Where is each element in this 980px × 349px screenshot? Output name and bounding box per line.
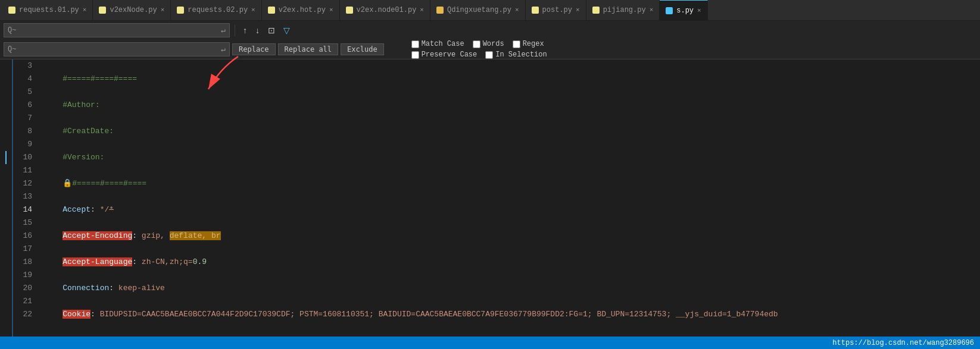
ln-17: 17 [18,243,32,256]
regex-checkbox[interactable] [513,40,520,48]
enter-icon-1: ↵ [221,26,226,35]
code-line-8: Accept: */* [44,203,980,216]
tab-spy[interactable]: s.py × [660,0,707,21]
tab-close[interactable]: × [251,7,255,14]
tab-v2exnode[interactable]: v2exNode.py × [93,0,171,21]
tab-label: pijiang.py [603,6,646,14]
tab-qdingxuetang[interactable]: Qdingxuetang.py × [430,0,526,21]
preserve-case-option[interactable]: Preserve Case [411,51,477,59]
search-row-1: Q~ ↵ ↑ ↓ ⊡ ▽ [0,21,980,40]
tab-post[interactable]: post.py × [526,0,586,21]
code-line-13: Host: www.baidu.com [44,334,980,337]
ln-20: 20 [18,282,32,295]
ln-13: 13 [18,190,32,203]
tab-icon [532,7,539,14]
tab-bar: requests.01.py × v2exNode.py × requests.… [0,0,980,21]
ln-7: 7 [18,112,32,125]
code-line-7: 🔒#=====#====#==== [44,177,980,190]
search-icon-1: Q~ [8,26,16,34]
ln-22: 22 [18,308,32,321]
ln-21: 21 [18,295,32,308]
tab-pijiang[interactable]: pijiang.py × [586,0,660,21]
tab-requests02[interactable]: requests.02.py × [171,0,261,21]
tab-close[interactable]: × [576,7,580,14]
ln-8: 8 [18,125,32,138]
ln-15: 15 [18,216,32,229]
tab-label: v2ex.hot.py [279,6,326,14]
toolbar-area: Q~ ↵ ↑ ↓ ⊡ ▽ Q~ ↵ Replace Replace all Ex… [0,21,980,59]
tab-requests01[interactable]: requests.01.py × [2,0,93,21]
code-line-5: #CreatDate: [44,125,980,138]
match-case-label: Match Case [422,40,464,48]
tab-icon [592,7,600,14]
words-label: Words [483,40,504,48]
code-line-12: Cookie: BIDUPSID=CAAC5BAEAE0BCC7A044F2D9… [44,308,980,321]
tab-icon [8,7,15,14]
ln-12: 12 [18,177,32,190]
code-line-11: Connection: keep-alive [44,282,980,295]
options-row-1: Match Case Words Regex [411,40,547,48]
search-icon-2: Q~ [8,45,16,54]
ln-10: 10 [18,151,32,164]
line-numbers: 3 4 5 6 7 8 9 10 11 12 13 14 15 16 17 18… [13,59,39,337]
left-indicator [0,59,13,337]
exclude-button[interactable]: Exclude [341,43,384,55]
tab-close[interactable]: × [697,7,701,14]
select-all-button[interactable]: ⊡ [265,24,278,36]
divider-1 [235,24,235,36]
tab-v2exnode01[interactable]: v2ex.node01.py × [340,0,430,21]
tab-close[interactable]: × [420,7,424,14]
ln-6: 6 [18,99,32,112]
tab-label: v2ex.node01.py [357,6,417,14]
code-line-4: #Author: [44,99,980,112]
preserve-case-checkbox[interactable] [411,51,419,59]
tab-close[interactable]: × [329,7,333,14]
tab-close[interactable]: × [83,7,87,14]
tab-close[interactable]: × [515,7,519,14]
tab-icon [436,7,444,14]
tab-icon [268,7,275,14]
match-case-checkbox[interactable] [411,40,419,48]
search-bar-2[interactable]: Q~ ↵ [4,42,230,56]
tab-label: Qdingxuetang.py [447,6,511,14]
ln-5: 5 [18,86,32,99]
search-input-1[interactable] [18,26,219,34]
tab-close[interactable]: × [161,7,165,14]
code-line-9: Accept-Encoding: gzip, deflate, br [44,229,980,243]
regex-option[interactable]: Regex [513,40,544,48]
replace-button[interactable]: Replace [232,43,276,55]
ln-11: 11 [18,164,32,177]
options-row-2: Preserve Case In Selection [411,51,547,59]
tab-icon [666,7,673,14]
words-checkbox[interactable] [473,40,480,48]
search-row-2: Q~ ↵ Replace Replace all Exclude Match C… [0,40,980,59]
in-selection-checkbox[interactable] [485,51,493,59]
tab-icon [99,7,106,14]
tab-label: v2exNode.py [110,6,157,14]
ln-14: 14 [18,203,32,216]
nav-prev-button[interactable]: ↑ [240,24,250,36]
ln-3: 3 [18,59,32,73]
ln-18: 18 [18,256,32,269]
match-case-option[interactable]: Match Case [411,40,464,48]
code-line-10: Accept-Language: zh-CN,zh;q=0.9 [44,256,980,269]
code-line-6: #Version: [44,151,980,164]
regex-label: Regex [523,40,544,48]
search-bar-1[interactable]: Q~ ↵ [4,23,230,37]
tab-label: post.py [542,6,572,14]
nav-next-button[interactable]: ↓ [252,24,263,36]
filter-button[interactable]: ▽ [280,24,293,36]
tab-v2exhat[interactable]: v2ex.hot.py × [262,0,340,21]
in-selection-label: In Selection [495,51,547,59]
ln-16: 16 [18,229,32,243]
in-selection-option[interactable]: In Selection [485,51,547,59]
tab-label: requests.01.py [19,6,79,14]
words-option[interactable]: Words [473,40,504,48]
tab-close[interactable]: × [650,7,654,14]
tab-icon [177,7,184,14]
ln-9: 9 [18,138,32,151]
replace-all-button[interactable]: Replace all [278,43,338,55]
status-url: https://blog.csdn.net/wang3289696 [832,339,974,347]
code-content[interactable]: #=====#====#==== #Author: #CreatDate: #V… [39,59,980,337]
search-input-2[interactable] [18,45,219,54]
